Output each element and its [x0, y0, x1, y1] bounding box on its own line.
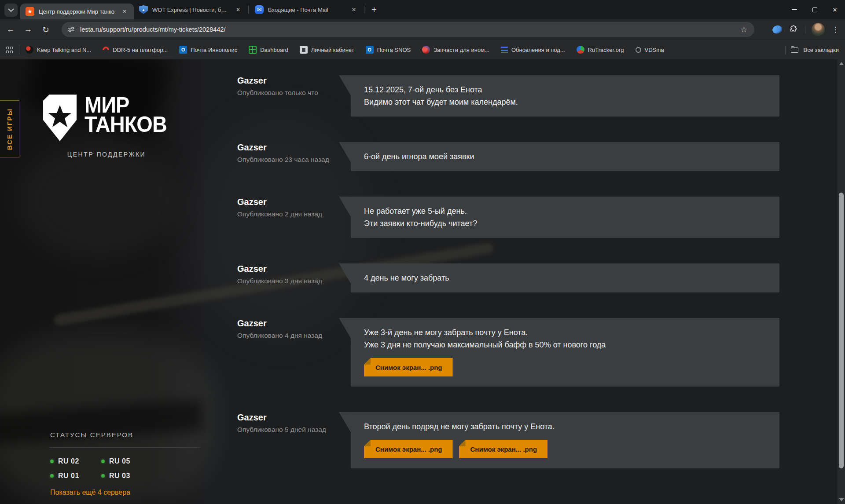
message-bubble: Второй день подряд не могу забрать почту… — [351, 412, 779, 468]
url-bar[interactable]: lesta.ru/support/ru/products/mt/my-ticke… — [62, 22, 754, 37]
apps-grid-icon[interactable] — [6, 47, 13, 53]
bookmark-item[interactable]: Почта Иннополис — [179, 46, 237, 54]
tab-close-icon[interactable]: ✕ — [350, 6, 358, 14]
bookmarks-right: Все закладки — [785, 40, 839, 60]
tab-search-button[interactable] — [4, 4, 18, 17]
message-text: Второй день подряд не могу забрать почту… — [364, 420, 766, 433]
support-page: ВСЕ ИГРЫ МИР ТАНКОВ ЦЕНТР ПОДДЕРЖКИ СТАТ… — [0, 59, 845, 504]
scroll-down-icon[interactable] — [839, 498, 844, 501]
page-scrollbar[interactable] — [838, 59, 845, 504]
message-published: Опубликовано 2 дня назад — [237, 210, 338, 218]
bookmarks-separator — [785, 46, 786, 55]
puzzle-icon — [789, 25, 798, 34]
browser-toolbar: ← → ↻ lesta.ru/support/ru/products/mt/my… — [0, 19, 845, 40]
message-meta: GazserОпубликовано 3 дня назад — [237, 263, 338, 292]
message-author: Gazser — [237, 413, 338, 423]
message-published: Опубликовано только что — [237, 89, 338, 97]
tab-close-icon[interactable]: ✕ — [121, 7, 129, 15]
bookmarks-separator — [19, 45, 19, 54]
server-name: RU 01 — [58, 472, 79, 480]
tab-title: Входящие - Почта Mail — [268, 7, 345, 13]
server-name: RU 05 — [109, 457, 130, 465]
folder-icon — [791, 47, 798, 53]
attachments-row: Снимок экран... .pngСнимок экран... .png — [364, 440, 766, 458]
bookmark-item[interactable]: Keep Talking and N... — [26, 46, 91, 54]
attachment-filename: Снимок экран... .png — [375, 364, 442, 371]
message-bubble: Уже 3-й день не могу забрать почту у Ено… — [351, 318, 779, 387]
message-author: Gazser — [237, 264, 338, 274]
bookmark-item[interactable]: Обновления и под... — [501, 47, 565, 53]
vdsina-icon — [636, 47, 641, 53]
url-input[interactable]: lesta.ru/support/ru/products/mt/my-ticke… — [80, 26, 739, 33]
forward-icon: → — [24, 25, 33, 34]
browser-tab[interactable]: Центр поддержки Мир танко✕ — [20, 4, 134, 19]
browser-menu-button[interactable]: ⋮ — [830, 25, 841, 34]
bookmark-item[interactable]: Почта SNOS — [366, 46, 411, 54]
message-author: Gazser — [237, 142, 338, 153]
attachment-button[interactable]: Снимок экран... .png — [364, 440, 453, 458]
ticket-message: GazserОпубликовано 2 дня назадНе работае… — [237, 197, 779, 238]
server-status: RU 03 — [101, 472, 200, 480]
extensions-puzzle-icon[interactable] — [789, 25, 798, 34]
tank-shield-icon — [43, 95, 77, 141]
all-games-tab[interactable]: ВСЕ ИГРЫ — [0, 100, 19, 157]
toolbar-right-cluster: ⋮ — [763, 19, 845, 40]
tab-strip: Центр поддержки Мир танко✕WOT Express | … — [0, 0, 845, 19]
file-fold-icon — [459, 440, 466, 446]
maximize-button[interactable] — [805, 0, 825, 19]
show-more-servers-link[interactable]: Показать ещё 4 сервера — [50, 489, 200, 497]
bookmark-label: Почта Иннополис — [191, 47, 237, 53]
bookmark-item[interactable]: Запчасти для ином... — [422, 46, 489, 54]
back-icon: ← — [7, 25, 15, 34]
tab-separator — [248, 6, 249, 14]
all-bookmarks-button[interactable]: Все закладки — [804, 47, 839, 53]
close-window-button[interactable]: ✕ — [825, 0, 845, 19]
toolbar-separator — [805, 25, 805, 34]
browser-tab[interactable]: Входящие - Почта Mail✕ — [250, 2, 363, 18]
blue-extension-icon[interactable] — [772, 24, 783, 35]
attachments-row: Снимок экран... .png — [364, 358, 766, 376]
message-published: Опубликовано 3 дня назад — [237, 277, 338, 285]
updates-icon — [501, 47, 508, 53]
bookmark-label: Личный кабинет — [311, 47, 354, 53]
message-meta: GazserОпубликовано 5 дней назад — [237, 412, 338, 468]
message-author: Gazser — [237, 318, 338, 329]
mail-favicon — [255, 5, 264, 14]
file-fold-icon — [364, 358, 371, 365]
bookmark-item[interactable]: RuTracker.org — [577, 46, 624, 54]
keep-talking-icon — [26, 46, 33, 54]
attachment-filename: Снимок экран... .png — [375, 446, 442, 453]
bookmark-item[interactable]: VDSina — [636, 47, 664, 53]
scroll-up-icon[interactable] — [839, 62, 844, 65]
scrollbar-thumb[interactable] — [839, 193, 844, 468]
cabinet-icon — [300, 46, 308, 54]
bookmark-item[interactable]: Dashboard — [249, 46, 288, 54]
new-tab-button[interactable]: + — [368, 4, 380, 16]
forward-button[interactable]: → — [21, 22, 35, 37]
tab-title: WOT Express | Новости, бонус — [152, 7, 230, 13]
profile-avatar[interactable] — [812, 23, 825, 36]
reload-button[interactable]: ↻ — [39, 22, 53, 37]
outlook-icon — [179, 46, 187, 54]
bookmark-item[interactable]: Личный кабинет — [300, 46, 354, 54]
message-author: Gazser — [237, 197, 338, 207]
tab-list: Центр поддержки Мир танко✕WOT Express | … — [20, 0, 380, 19]
mir-tankov-logo[interactable]: МИР ТАНКОВ — [43, 95, 167, 141]
message-bubble: 15.12.2025, 7-ой день без ЕнотаВидимо эт… — [351, 75, 779, 117]
message-meta: GazserОпубликовано 23 часа назад — [237, 142, 338, 171]
bookmark-item[interactable]: DDR-5 на платфор... — [103, 47, 168, 53]
attachment-button[interactable]: Снимок экран... .png — [364, 358, 453, 376]
ticket-message: GazserОпубликовано только что15.12.2025,… — [237, 75, 779, 117]
attachment-button[interactable]: Снимок экран... .png — [459, 440, 548, 458]
bookmark-star-icon[interactable]: ☆ — [739, 25, 749, 34]
message-author: Gazser — [237, 76, 338, 86]
back-button[interactable]: ← — [4, 22, 18, 37]
tab-close-icon[interactable]: ✕ — [234, 6, 242, 14]
minimize-button[interactable] — [784, 0, 805, 19]
online-dot-icon — [101, 474, 105, 478]
ticket-message: GazserОпубликовано 23 часа назад6-ой ден… — [237, 142, 779, 171]
server-status-panel: СТАТУСЫ СЕРВЕРОВ RU 02RU 05RU 01RU 03 По… — [50, 431, 200, 497]
browser-tab[interactable]: WOT Express | Новости, бонус✕ — [134, 2, 247, 18]
bookmark-label: DDR-5 на платфор... — [113, 47, 168, 53]
bookmark-label: Keep Talking and N... — [37, 47, 91, 53]
